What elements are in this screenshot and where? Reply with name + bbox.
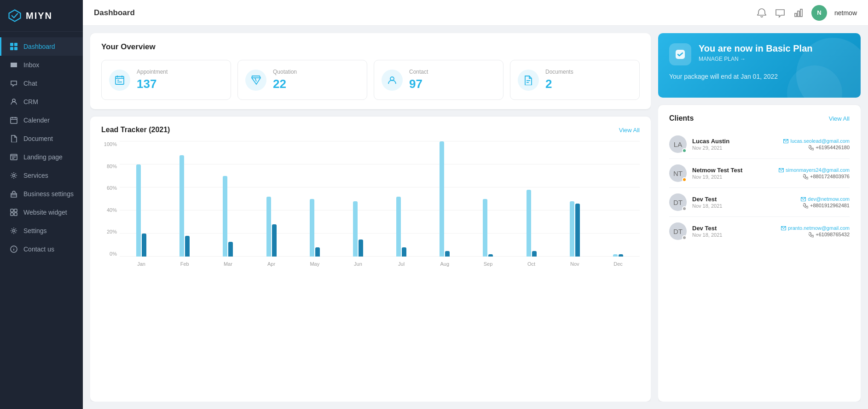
client-date: Nov 19, 2021 — [692, 174, 773, 180]
contact-label: Contact — [409, 69, 428, 75]
sidebar-item-contact-us[interactable]: Contact us — [0, 240, 83, 258]
chart-y-labels: 100%80%60%40%20%0% — [101, 141, 120, 257]
x-label: Oct — [510, 258, 553, 270]
plan-end-text: Your package will end at Jan 01, 2022 — [669, 73, 850, 80]
bar-light — [613, 254, 618, 257]
phone-icon — [809, 232, 814, 237]
svg-point-24 — [14, 248, 14, 248]
x-label: Nov — [553, 258, 596, 270]
x-label: May — [293, 258, 336, 270]
client-avatar: DT — [669, 222, 687, 240]
client-avatar: LA — [669, 135, 687, 153]
documents-label: Documents — [545, 69, 573, 75]
inbox-icon — [10, 61, 18, 69]
client-email: dev@netmow.com — [801, 196, 850, 202]
documents-value: 2 — [545, 77, 573, 91]
client-item[interactable]: NT Netmow Test Test Nov 19, 2021 simonma… — [669, 159, 850, 188]
svg-point-21 — [13, 230, 15, 232]
plan-title: You are now in Basic Plan — [699, 43, 812, 54]
lead-tracker-view-all[interactable]: View All — [619, 127, 640, 134]
client-phone: +8801912962481 — [801, 203, 850, 208]
lead-tracker-title: Lead Tracker (2021) — [101, 126, 170, 134]
settings-icon — [10, 227, 18, 235]
y-label: 20% — [107, 229, 117, 234]
quotation-icon — [251, 75, 261, 85]
sidebar-item-business-settings[interactable]: Business settings — [0, 185, 83, 203]
sidebar-item-document[interactable]: Document — [0, 129, 83, 148]
client-info: Dev Test Nov 18, 2021 — [692, 225, 775, 238]
svg-point-5 — [12, 99, 15, 102]
sidebar-item-label: Calender — [23, 117, 50, 124]
right-column: You are now in Basic Plan MANAGE PLAN → … — [658, 33, 861, 402]
x-label: Apr — [250, 258, 293, 270]
sidebar-item-crm[interactable]: CRM — [0, 93, 83, 111]
notification-icon[interactable] — [756, 7, 767, 18]
chart-month-group — [466, 141, 509, 257]
chart-month-group — [120, 141, 163, 257]
bar-dark — [315, 247, 320, 257]
client-name: Dev Test — [692, 225, 775, 232]
sidebar-item-inbox[interactable]: Inbox — [0, 56, 83, 74]
plan-manage[interactable]: MANAGE PLAN → — [699, 56, 812, 62]
plan-card: You are now in Basic Plan MANAGE PLAN → … — [658, 33, 861, 98]
bar-light — [396, 197, 401, 257]
sidebar-item-services[interactable]: Services — [0, 166, 83, 185]
overview-item-appointment: Appointment 137 — [101, 60, 231, 100]
chat-icon — [10, 79, 18, 88]
sidebar-item-label: Contact us — [23, 245, 54, 253]
svg-rect-26 — [798, 11, 799, 17]
main-area: Dashboard N netmow Your Overview — [83, 0, 868, 409]
svg-rect-28 — [116, 76, 124, 84]
message-icon[interactable] — [775, 7, 786, 18]
svg-rect-25 — [795, 13, 797, 17]
chart-month-group — [206, 141, 249, 257]
svg-rect-17 — [11, 209, 13, 212]
clients-title: Clients — [669, 114, 694, 123]
sidebar-item-label: Landing page — [23, 153, 63, 161]
y-label: 0% — [110, 251, 117, 257]
sidebar-item-settings[interactable]: Settings — [0, 222, 83, 240]
chart-month-group — [510, 141, 553, 257]
clients-view-all[interactable]: View All — [829, 115, 850, 122]
overview-card: Your Overview Appointment 137 — [90, 33, 651, 109]
plan-icon-wrap — [669, 43, 691, 65]
client-item[interactable]: DT Dev Test Nov 18, 2021 pranto.netmow@g… — [669, 217, 850, 245]
bar-light — [310, 199, 314, 257]
contact-value: 97 — [409, 77, 428, 91]
sidebar-item-chat[interactable]: Chat — [0, 74, 83, 93]
bar-dark — [142, 234, 146, 257]
sidebar-item-landing-page[interactable]: Landing page — [0, 148, 83, 166]
chart-month-group — [596, 141, 640, 257]
svg-rect-3 — [10, 47, 13, 50]
svg-rect-6 — [11, 117, 17, 123]
chart-icon[interactable] — [793, 7, 804, 18]
logo-icon — [7, 8, 22, 23]
bar-dark — [575, 204, 580, 257]
sidebar-item-calender[interactable]: Calender — [0, 111, 83, 129]
sidebar-item-label: Chat — [23, 80, 37, 87]
sidebar-item-label: Business settings — [23, 190, 74, 198]
client-phone: +61954426180 — [783, 145, 850, 150]
client-info: Dev Test Nov 18, 2021 — [692, 196, 795, 209]
chart-month-group — [380, 141, 423, 257]
client-avatar: DT — [669, 193, 687, 211]
chart-month-group — [293, 141, 336, 257]
client-item[interactable]: LA Lucas Austin Nov 29, 2021 lucas.seole… — [669, 130, 850, 159]
x-label: Jul — [380, 258, 423, 270]
services-icon — [10, 171, 18, 180]
business-icon — [10, 190, 18, 198]
x-label: Aug — [423, 258, 466, 270]
overview-title: Your Overview — [101, 42, 640, 52]
chart-month-group — [250, 141, 293, 257]
chart-area — [120, 141, 640, 257]
clients-card: Clients View All LA Lucas Austin Nov 29,… — [658, 105, 861, 402]
sidebar-item-dashboard[interactable]: Dashboard — [0, 37, 83, 56]
chart-bars — [120, 141, 640, 257]
client-item[interactable]: DT Dev Test Nov 18, 2021 dev@netmow.com … — [669, 188, 850, 217]
sidebar-item-label: Services — [23, 172, 48, 179]
contact-icon-wrap — [382, 70, 403, 91]
client-name: Netmow Test Test — [692, 167, 773, 174]
svg-point-14 — [13, 175, 15, 177]
sidebar-item-website-widget[interactable]: Website widget — [0, 203, 83, 222]
client-info: Lucas Austin Nov 29, 2021 — [692, 138, 778, 151]
